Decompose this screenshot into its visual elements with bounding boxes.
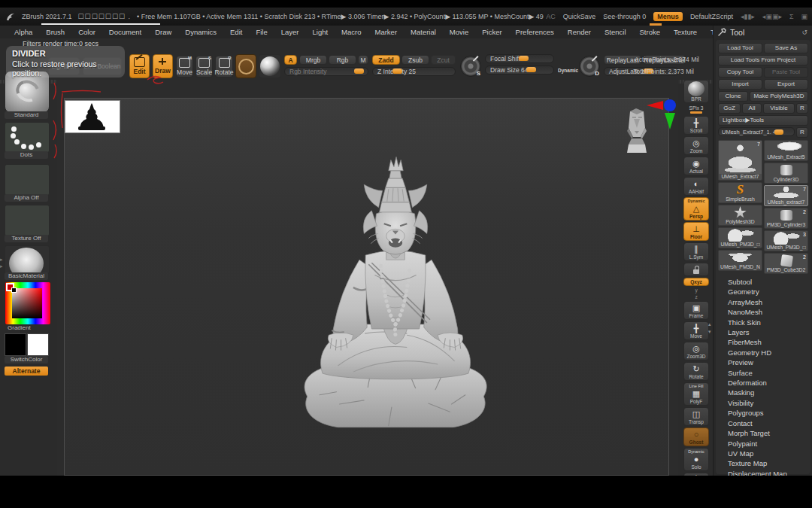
menu-item[interactable]: Movie	[443, 28, 475, 36]
goz-visible-button[interactable]: Visible	[763, 103, 795, 114]
brush-thumbnail-button[interactable]	[235, 54, 256, 78]
active-tool-slider[interactable]: UMesh_Extract7_1. 48	[718, 127, 795, 136]
clone-button[interactable]: Clone	[718, 91, 748, 102]
menu-item[interactable]: Render	[561, 28, 598, 36]
canvas[interactable]	[57, 80, 678, 476]
dynamic-label[interactable]: Dynamic	[558, 68, 578, 73]
right-shelf-button[interactable]: Rotate	[683, 362, 709, 381]
right-shelf-button[interactable]: Frame	[683, 301, 709, 320]
draw-size-slider[interactable]: Draw Size 64	[485, 65, 554, 75]
subpalette-item[interactable]: Polygroups	[718, 408, 808, 418]
tool-thumbnail[interactable]: 2 PM3D_Cylinder3	[764, 208, 808, 229]
subpalette-item[interactable]: Polypaint	[718, 439, 808, 449]
color-picker[interactable]	[5, 281, 51, 325]
slider-r-button[interactable]: R	[796, 127, 808, 138]
right-shelf-button[interactable]: Ghost	[683, 427, 709, 446]
right-shelf-button[interactable]: z	[683, 294, 709, 300]
rgb-button[interactable]: Rgb	[329, 55, 356, 65]
goz-button[interactable]: GoZ	[718, 103, 741, 114]
quicksave-button[interactable]: QuickSave	[563, 13, 596, 20]
tool-thumbnail[interactable]: 2 PM3D_Cube3D2	[764, 253, 808, 274]
menu-item[interactable]: Alpha	[8, 28, 39, 36]
tool-thumbnail[interactable]: 7 UMesh_Extract7	[718, 140, 762, 181]
lightbox-tools-button[interactable]: Lightbox▶Tools	[718, 115, 808, 126]
menu-item[interactable]: Dynamics	[178, 28, 223, 36]
left-scroll-arrows[interactable]: ▸▸	[0, 256, 3, 269]
statue-sculpt[interactable]	[292, 141, 499, 441]
rotate-button[interactable]: R Rotate	[215, 56, 233, 78]
right-shelf-button[interactable]: Dynamic Persp	[683, 197, 709, 221]
subpalette-item[interactable]: Layers	[718, 327, 808, 337]
depth-dial[interactable]: D	[579, 56, 600, 77]
z-intensity-slider[interactable]: Z Intensity 25	[372, 67, 456, 76]
menu-item[interactable]: Light	[305, 28, 335, 36]
secondary-color-swatch[interactable]	[27, 333, 49, 356]
right-shelf-button[interactable]: y	[683, 287, 709, 293]
default-zscript-button[interactable]: DefaultZScript	[690, 13, 733, 20]
right-shelf-button[interactable]: Move	[683, 321, 709, 340]
right-shelf-button[interactable]: AAHalf	[683, 177, 709, 196]
edit-button[interactable]: Edit	[129, 54, 150, 78]
document-tabs[interactable]: ☐☐☐☐☐☐☐ .	[78, 13, 131, 20]
menu-item[interactable]: Preferences	[509, 28, 561, 36]
tool-thumbnail[interactable]: 3 UMesh_PM3D_□	[764, 230, 808, 251]
right-shelf-button[interactable]	[683, 263, 709, 276]
color-swatch-a[interactable]: A	[284, 55, 297, 65]
right-shelf-button[interactable]: Floor	[683, 222, 709, 241]
subpalette-item[interactable]: Surface	[718, 368, 808, 378]
subpalette-item[interactable]: Subtool	[718, 277, 808, 287]
focal-shift-slider[interactable]: Focal Shift 0	[485, 54, 554, 63]
menus-toggle[interactable]: Menus	[653, 12, 683, 21]
load-tool-button[interactable]: Load Tool	[718, 43, 762, 53]
right-shelf-button[interactable]: Zoom3D	[683, 342, 709, 360]
zsub-button[interactable]: Zsub	[401, 55, 429, 65]
menu-item[interactable]: Edit	[223, 28, 249, 36]
menu-item[interactable]: Picker	[475, 28, 508, 36]
menu-item[interactable]: Marker	[368, 28, 404, 36]
axis-x[interactable]	[647, 101, 663, 110]
menu-item[interactable]: Color	[71, 28, 102, 36]
subpalette-item[interactable]: ArrayMesh	[718, 297, 808, 307]
load-tools-from-project-button[interactable]: Load Tools From Project	[718, 55, 808, 65]
menu-item[interactable]: Texture	[667, 28, 704, 36]
subpalette-item[interactable]: Thick Skin	[718, 318, 808, 327]
menu-item[interactable]: Document	[102, 28, 148, 36]
copy-tool-button[interactable]: Copy Tool	[718, 67, 762, 78]
panel-restore-icon[interactable]: ↺	[801, 29, 807, 36]
menu-item[interactable]: Brush	[39, 28, 71, 36]
goz-r-button[interactable]: R	[796, 103, 808, 114]
right-shelf-button[interactable]: Scroll	[683, 116, 709, 135]
right-shelf-button[interactable]: Transp	[683, 407, 709, 426]
zcut-button[interactable]: Zcut	[431, 55, 456, 65]
subpalette-item[interactable]: Deformation	[718, 378, 808, 388]
subpalette-item[interactable]: Preview	[718, 357, 808, 367]
tool-thumbnail[interactable]: PolyMesh3D	[718, 205, 762, 226]
move-button[interactable]: M Move	[176, 56, 193, 78]
subpalette-item[interactable]: Contact	[718, 418, 808, 428]
menu-item[interactable]: Material	[404, 28, 443, 36]
right-shelf-button[interactable]: BPR	[683, 80, 709, 103]
right-shelf-button[interactable]: Line Fill PolyF	[683, 382, 709, 406]
tool-copy-icons[interactable]: ◂▣▣▸	[762, 13, 782, 20]
right-shelf-button[interactable]: Dynamic Solo	[683, 448, 709, 471]
tool-thumbnail[interactable]: UMesh_Extract5	[764, 140, 808, 161]
subpalette-item[interactable]: Texture Map	[718, 458, 808, 468]
menu-item[interactable]: File	[249, 28, 274, 36]
make-polymesh3d-button[interactable]: Make PolyMesh3D	[750, 91, 808, 102]
import-button[interactable]: Import	[718, 79, 762, 90]
goz-all-button[interactable]: All	[742, 103, 762, 114]
subpalette-item[interactable]: Geometry HD	[718, 348, 808, 357]
export-button[interactable]: Export	[764, 79, 808, 90]
m-button[interactable]: M	[358, 55, 368, 65]
menu-item[interactable]: Layer	[274, 28, 306, 36]
stroke-thumbnail-dots[interactable]	[5, 122, 50, 153]
main-color-swatch[interactable]	[5, 333, 26, 356]
color-picker-saturation[interactable]	[12, 288, 42, 318]
tool-thumbnail[interactable]: Cylinder3D	[764, 163, 808, 184]
subpalette-item[interactable]: Geometry	[718, 287, 808, 297]
switch-color-button[interactable]: SwitchColor	[5, 356, 48, 364]
menu-item[interactable]: Stroke	[633, 28, 667, 36]
canvas-scroll-arrows[interactable]: ▴▾	[708, 321, 711, 336]
right-shelf-button[interactable]: Zoom	[683, 136, 709, 155]
mrgb-button[interactable]: Mrgb	[299, 55, 327, 65]
